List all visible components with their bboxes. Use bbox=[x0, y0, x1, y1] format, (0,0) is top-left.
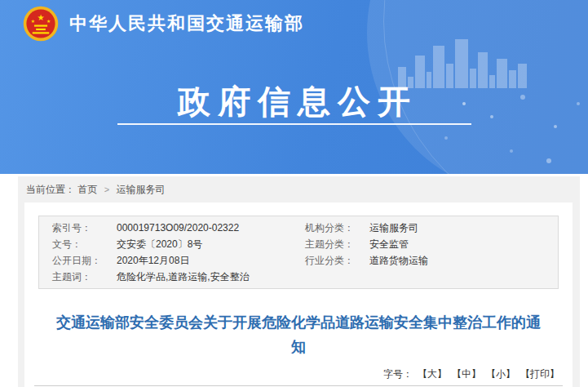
meta-cell-doc-number: 文号： 交安委〔2020〕8号 bbox=[39, 238, 305, 251]
breadcrumb: 当前位置： 首页 > 运输服务司 bbox=[18, 176, 580, 202]
meta-value: 安全监管 bbox=[369, 238, 409, 251]
meta-label: 主题词： bbox=[52, 270, 117, 284]
meta-row: 公开日期： 2020年12月08日 行业分类： 道路货物运输 bbox=[39, 252, 558, 269]
page-title: 政府信息公开 bbox=[0, 79, 588, 124]
meta-row: 主题词： 危险化学品,道路运输,安全整治 bbox=[39, 269, 558, 285]
breadcrumb-home-link[interactable]: 首页 bbox=[77, 184, 97, 195]
meta-label: 行业分类： bbox=[305, 254, 369, 268]
svg-text:★: ★ bbox=[31, 19, 35, 24]
meta-cell-publish-date: 公开日期： 2020年12月08日 bbox=[39, 254, 305, 268]
meta-row: 索引号： 000019713O09/2020-02322 机构分类： 运输服务司 bbox=[39, 220, 558, 236]
page-title-underline bbox=[117, 123, 471, 125]
meta-value: 危险化学品,道路运输,安全整治 bbox=[117, 270, 250, 284]
bottom-divider bbox=[34, 385, 563, 386]
page: ★ ★ ★ 中华人民共和国交通运输部 政府信息公开 当前位置： 首页 > 运输服… bbox=[0, 0, 588, 387]
meta-cell-agency-category: 机构分类： 运输服务司 bbox=[305, 221, 558, 235]
meta-cell-topic-category: 主题分类： 安全监管 bbox=[305, 238, 558, 251]
font-size-label: 字号： bbox=[383, 368, 413, 380]
breadcrumb-dept-link[interactable]: 运输服务司 bbox=[116, 184, 165, 195]
meta-value: 运输服务司 bbox=[369, 221, 418, 235]
meta-label: 索引号： bbox=[52, 221, 117, 235]
document-title: 交通运输部安全委员会关于开展危险化学品道路运输安全集中整治工作的通知 bbox=[52, 310, 545, 359]
document-card: 索引号： 000019713O09/2020-02322 机构分类： 运输服务司… bbox=[24, 202, 573, 387]
breadcrumb-separator: > bbox=[104, 185, 109, 194]
site-logo-link[interactable]: ★ ★ ★ 中华人民共和国交通运输部 bbox=[23, 6, 304, 42]
print-button[interactable]: 【打印】 bbox=[520, 368, 559, 380]
content-wrapper: 当前位置： 首页 > 运输服务司 索引号： 000019713O09/2020-… bbox=[18, 176, 580, 387]
font-large-button[interactable]: 【大】 bbox=[418, 368, 447, 380]
meta-cell-industry-category: 行业分类： 道路货物运输 bbox=[305, 254, 558, 268]
meta-table: 索引号： 000019713O09/2020-02322 机构分类： 运输服务司… bbox=[38, 216, 559, 289]
svg-text:★: ★ bbox=[37, 13, 44, 22]
meta-value: 2020年12月08日 bbox=[117, 254, 189, 268]
site-name: 中华人民共和国交通运输部 bbox=[69, 11, 304, 36]
meta-row: 文号： 交安委〔2020〕8号 主题分类： 安全监管 bbox=[39, 236, 558, 252]
meta-cell-keywords: 主题词： 危险化学品,道路运输,安全整治 bbox=[39, 270, 305, 284]
meta-value: 道路货物运输 bbox=[369, 254, 428, 268]
meta-label: 文号： bbox=[52, 238, 117, 251]
site-banner: ★ ★ ★ 中华人民共和国交通运输部 政府信息公开 bbox=[0, 0, 588, 174]
meta-label: 机构分类： bbox=[305, 221, 369, 235]
meta-value: 交安委〔2020〕8号 bbox=[117, 238, 202, 251]
meta-label: 主题分类： bbox=[305, 238, 369, 251]
svg-text:★: ★ bbox=[46, 19, 51, 24]
font-size-toolbar: 字号：【大】【中】【小】【打印】 bbox=[24, 367, 573, 381]
font-medium-button[interactable]: 【中】 bbox=[452, 368, 481, 380]
national-emblem-icon: ★ ★ ★ bbox=[23, 6, 59, 42]
meta-value: 000019713O09/2020-02322 bbox=[117, 222, 239, 234]
font-small-button[interactable]: 【小】 bbox=[486, 368, 515, 380]
meta-label: 公开日期： bbox=[52, 254, 117, 268]
breadcrumb-label: 当前位置： bbox=[26, 184, 75, 195]
meta-cell-index-number: 索引号： 000019713O09/2020-02322 bbox=[39, 221, 305, 235]
